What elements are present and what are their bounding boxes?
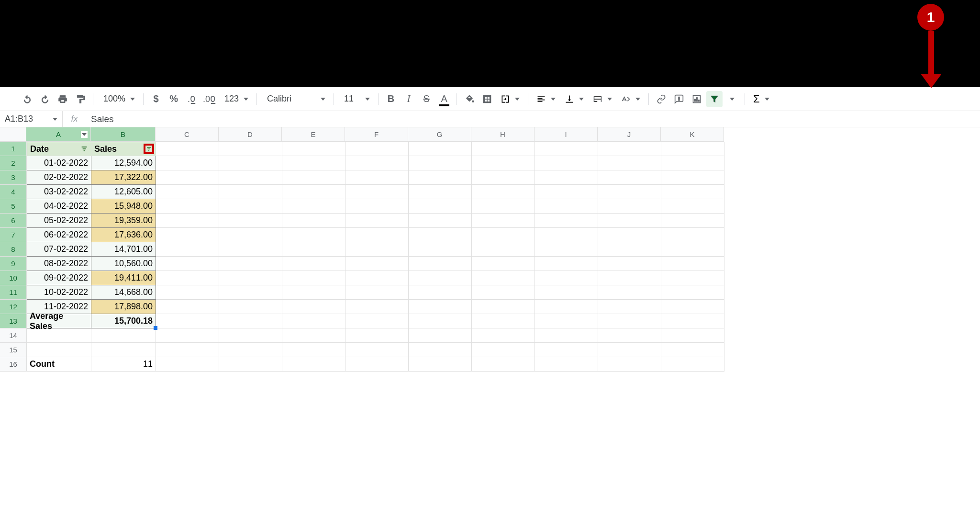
- cell-D4[interactable]: [219, 185, 282, 199]
- cell-G4[interactable]: [409, 185, 472, 199]
- cell-C4[interactable]: [156, 185, 219, 199]
- cell-A5[interactable]: 04-02-2022: [27, 199, 91, 214]
- cell-J13[interactable]: [598, 314, 661, 328]
- cell-A2[interactable]: 01-02-2022: [27, 156, 91, 170]
- col-header-A[interactable]: A: [26, 127, 91, 142]
- cell-H16[interactable]: [472, 357, 535, 372]
- cell-A6[interactable]: 05-02-2022: [27, 214, 91, 228]
- cell-K14[interactable]: [661, 328, 724, 343]
- increase-decimal-button[interactable]: .00̲: [201, 91, 217, 107]
- cell-K6[interactable]: [661, 214, 724, 228]
- cell-K12[interactable]: [661, 300, 724, 314]
- cell-B2[interactable]: 12,594.00: [91, 156, 156, 170]
- cell-D15[interactable]: [219, 343, 282, 357]
- row-header-2[interactable]: 2: [0, 156, 26, 170]
- cell-I1[interactable]: [535, 142, 598, 156]
- cell-K15[interactable]: [661, 343, 724, 357]
- horizontal-align-button[interactable]: [533, 91, 559, 107]
- cell-B10[interactable]: 19,411.00: [91, 271, 156, 285]
- cell-G10[interactable]: [409, 271, 472, 285]
- cell-B3[interactable]: 17,322.00: [91, 170, 156, 185]
- cell-E11[interactable]: [282, 285, 345, 300]
- cell-B12[interactable]: 17,898.00: [91, 300, 156, 314]
- cell-E10[interactable]: [282, 271, 345, 285]
- cell-J8[interactable]: [598, 242, 661, 257]
- cell-C6[interactable]: [156, 214, 219, 228]
- cell-H9[interactable]: [472, 257, 535, 271]
- cell-H8[interactable]: [472, 242, 535, 257]
- filter-views-dropdown[interactable]: [724, 91, 740, 107]
- col-header-G[interactable]: G: [408, 127, 471, 142]
- cell-G6[interactable]: [409, 214, 472, 228]
- cell-F8[interactable]: [345, 242, 409, 257]
- cell-F9[interactable]: [345, 257, 409, 271]
- name-box[interactable]: A1:B13: [0, 114, 62, 124]
- cell-H1[interactable]: [472, 142, 535, 156]
- cell-F4[interactable]: [345, 185, 409, 199]
- cell-G13[interactable]: [409, 314, 472, 328]
- cell-J16[interactable]: [598, 357, 661, 372]
- cell-H4[interactable]: [472, 185, 535, 199]
- cell-H10[interactable]: [472, 271, 535, 285]
- strikethrough-button[interactable]: S: [418, 91, 434, 107]
- cell-D10[interactable]: [219, 271, 282, 285]
- cell-F12[interactable]: [345, 300, 409, 314]
- col-header-I[interactable]: I: [535, 127, 598, 142]
- fill-color-button[interactable]: [461, 91, 478, 107]
- cell-B9[interactable]: 10,560.00: [91, 257, 156, 271]
- row-header-3[interactable]: 3: [0, 170, 26, 185]
- zoom-dropdown[interactable]: 100%: [98, 91, 139, 107]
- functions-button[interactable]: Σ: [749, 91, 773, 107]
- cell-C2[interactable]: [156, 156, 219, 170]
- cell-B13[interactable]: 15,700.18: [91, 314, 156, 328]
- cell-A4[interactable]: 03-02-2022: [27, 185, 91, 199]
- cell-A3[interactable]: 02-02-2022: [27, 170, 91, 185]
- selection-handle[interactable]: [154, 326, 157, 330]
- row-header-7[interactable]: 7: [0, 228, 26, 242]
- cell-J5[interactable]: [598, 199, 661, 214]
- cell-B5[interactable]: 15,948.00: [91, 199, 156, 214]
- filter-icon-highlighted[interactable]: [144, 144, 154, 154]
- cell-D9[interactable]: [219, 257, 282, 271]
- percent-button[interactable]: %: [166, 91, 182, 107]
- cell-I16[interactable]: [535, 357, 598, 372]
- cell-D1[interactable]: [219, 142, 282, 156]
- currency-button[interactable]: $: [148, 91, 164, 107]
- cell-I10[interactable]: [535, 271, 598, 285]
- cell-J3[interactable]: [598, 170, 661, 185]
- cell-J11[interactable]: [598, 285, 661, 300]
- cell-G9[interactable]: [409, 257, 472, 271]
- cell-A16[interactable]: Count: [27, 357, 91, 372]
- cell-G5[interactable]: [409, 199, 472, 214]
- cell-D3[interactable]: [219, 170, 282, 185]
- filter-icon[interactable]: [79, 144, 89, 154]
- cell-J10[interactable]: [598, 271, 661, 285]
- select-all-corner[interactable]: [0, 127, 26, 142]
- cell-K16[interactable]: [661, 357, 724, 372]
- cell-F6[interactable]: [345, 214, 409, 228]
- cell-I15[interactable]: [535, 343, 598, 357]
- cell-J14[interactable]: [598, 328, 661, 343]
- filter-button[interactable]: [706, 91, 723, 107]
- print-button[interactable]: [55, 91, 71, 107]
- cell-G1[interactable]: [409, 142, 472, 156]
- cell-C14[interactable]: [156, 328, 219, 343]
- cell-F15[interactable]: [345, 343, 409, 357]
- cell-D16[interactable]: [219, 357, 282, 372]
- cell-C5[interactable]: [156, 199, 219, 214]
- cell-K2[interactable]: [661, 156, 724, 170]
- cell-D2[interactable]: [219, 156, 282, 170]
- cell-C13[interactable]: [156, 314, 219, 328]
- cell-D5[interactable]: [219, 199, 282, 214]
- cell-I13[interactable]: [535, 314, 598, 328]
- cell-J15[interactable]: [598, 343, 661, 357]
- borders-button[interactable]: [479, 91, 495, 107]
- cell-F1[interactable]: [345, 142, 409, 156]
- cell-H2[interactable]: [472, 156, 535, 170]
- cell-B6[interactable]: 19,359.00: [91, 214, 156, 228]
- cell-E6[interactable]: [282, 214, 345, 228]
- cell-H12[interactable]: [472, 300, 535, 314]
- cell-G7[interactable]: [409, 228, 472, 242]
- cell-F5[interactable]: [345, 199, 409, 214]
- cell-A9[interactable]: 08-02-2022: [27, 257, 91, 271]
